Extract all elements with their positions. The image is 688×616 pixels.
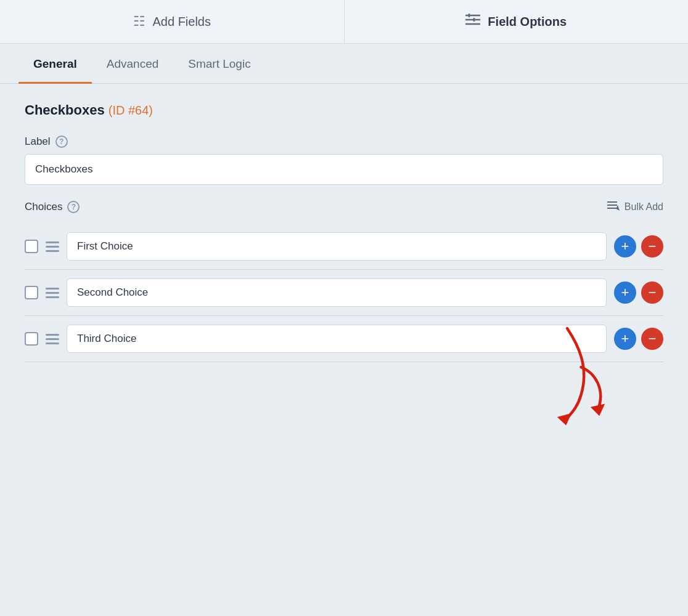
field-id: (ID #64) (109, 103, 153, 117)
add-icon-2: + (621, 286, 629, 299)
choice-row-2: + − (25, 270, 663, 316)
choice-actions-2: + − (614, 282, 663, 304)
label-input[interactable] (25, 154, 663, 185)
remove-choice-3-button[interactable]: − (641, 328, 663, 350)
field-options-icon (465, 14, 480, 30)
choice-checkbox-1[interactable] (25, 240, 38, 253)
choice-actions-1: + − (614, 235, 663, 257)
choice-input-1[interactable] (67, 232, 607, 261)
choices-help-icon[interactable]: ? (67, 201, 80, 213)
drag-handle-2[interactable] (46, 288, 59, 298)
remove-icon-2: − (649, 286, 657, 299)
label-section: Label ? (25, 136, 663, 185)
label-text: Label (25, 136, 51, 148)
add-icon-1: + (621, 240, 629, 253)
panel: ☷ Add Fields Field Options General Advan… (0, 0, 688, 616)
svg-rect-5 (607, 208, 617, 209)
add-fields-icon: ☷ (133, 14, 145, 30)
choices-section: Choices ? Bulk Add (25, 200, 663, 362)
add-icon-3: + (621, 332, 629, 346)
tab-advanced[interactable]: Advanced (92, 44, 174, 84)
svg-marker-8 (616, 205, 620, 211)
choice-checkbox-3[interactable] (25, 332, 38, 346)
svg-rect-7 (607, 201, 617, 203)
choices-label: Choices (25, 201, 62, 213)
remove-choice-1-button[interactable]: − (641, 235, 663, 257)
sub-tabs: General Advanced Smart Logic (0, 44, 688, 84)
choices-header: Choices ? Bulk Add (25, 200, 663, 214)
field-title: Checkboxes (ID #64) (25, 102, 663, 118)
choice-input-3[interactable] (67, 325, 607, 353)
bulk-add-label: Bulk Add (625, 201, 663, 213)
field-options-label: Field Options (488, 15, 567, 29)
choice-input-2[interactable] (67, 278, 607, 307)
choices-left: Choices ? (25, 201, 80, 213)
add-choice-1-button[interactable]: + (614, 235, 636, 257)
label-row: Label ? (25, 136, 663, 148)
bulk-add-button[interactable]: Bulk Add (607, 200, 663, 214)
remove-choice-2-button[interactable]: − (641, 282, 663, 304)
svg-marker-9 (557, 413, 571, 426)
remove-icon-3: − (649, 332, 657, 346)
drag-handle-1[interactable] (46, 241, 59, 252)
remove-icon-1: − (649, 240, 657, 253)
bulk-add-icon (607, 200, 620, 214)
label-help-icon[interactable]: ? (55, 136, 68, 148)
content-area: Checkboxes (ID #64) Label ? Choices ? (0, 84, 688, 381)
header: ☷ Add Fields Field Options (0, 0, 688, 44)
add-choice-3-button[interactable]: + (614, 328, 636, 350)
field-name: Checkboxes (25, 102, 105, 118)
add-choice-2-button[interactable]: + (614, 282, 636, 304)
choice-checkbox-2[interactable] (25, 286, 38, 299)
tab-general[interactable]: General (18, 44, 92, 84)
add-fields-tab[interactable]: ☷ Add Fields (0, 0, 345, 43)
drag-handle-3[interactable] (46, 334, 59, 344)
field-options-tab[interactable]: Field Options (345, 0, 689, 43)
svg-marker-10 (591, 403, 605, 416)
add-fields-label: Add Fields (153, 15, 211, 29)
choice-actions-3: + − (614, 328, 663, 350)
tab-smart-logic[interactable]: Smart Logic (173, 44, 265, 84)
choice-row-1: + − (25, 224, 663, 270)
svg-rect-6 (607, 205, 617, 206)
choice-row-3: + − (25, 316, 663, 362)
